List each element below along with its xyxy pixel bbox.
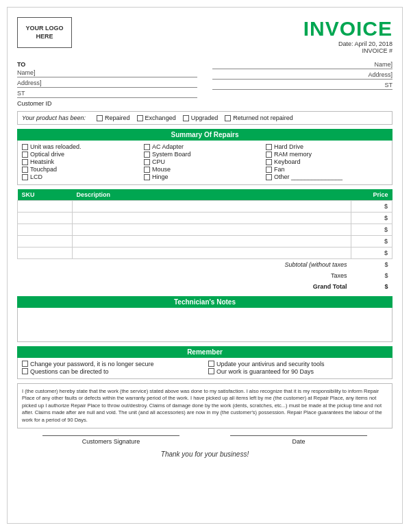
from-section: Name] Address] ST: [212, 61, 393, 107]
remember-item: Update your antivirus and security tools: [208, 361, 388, 367]
tech-notes-body[interactable]: [17, 308, 393, 342]
repair-item: RAM memory: [266, 151, 388, 158]
repair-item: AC Adapter: [144, 143, 266, 150]
desc-cell: [73, 213, 351, 224]
to-name: Name]: [17, 69, 197, 77]
date-line: [230, 435, 367, 436]
subtotal-value: $: [351, 259, 393, 270]
remember-header: Remember: [17, 346, 393, 358]
cb1-5[interactable]: [22, 174, 28, 180]
rem-cb-4[interactable]: [208, 368, 214, 374]
returned-checkbox[interactable]: [225, 115, 231, 121]
sku-cell: [18, 213, 73, 224]
returned-option: Returned not repaired: [225, 114, 293, 121]
summary-header: Summary Of Repairs: [17, 129, 393, 141]
sku-col-header: SKU: [18, 189, 73, 201]
invoice-title: INVOICE: [303, 17, 393, 40]
table-row: $: [18, 224, 393, 236]
repair-item: CPU: [144, 158, 266, 165]
repair-item: System Board: [144, 151, 266, 158]
remember-col-2: Update your antivirus and security tools…: [208, 361, 388, 376]
price-cell: $: [351, 247, 393, 259]
cb3-4[interactable]: [266, 167, 272, 173]
repaired-checkbox[interactable]: [97, 115, 103, 121]
cb2-2[interactable]: [144, 152, 150, 158]
taxes-value: $: [351, 270, 393, 281]
cb1-1[interactable]: [22, 144, 28, 150]
cb1-2[interactable]: [22, 152, 28, 158]
to-section: TO Name] Address] ST Customer ID: [17, 61, 197, 107]
repair-item: Hinge: [144, 173, 266, 180]
desc-cell: [73, 236, 351, 247]
sku-cell: [18, 201, 73, 213]
price-cell: $: [351, 201, 393, 213]
cb3-2[interactable]: [266, 152, 272, 158]
from-address: Address]: [212, 71, 393, 80]
table-row: $: [18, 213, 393, 224]
cb3-3[interactable]: [266, 159, 272, 165]
table-row: $: [18, 236, 393, 247]
desc-cell: [73, 201, 351, 213]
sku-cell: [18, 236, 73, 247]
remember-item: Questions can be directed to: [22, 368, 201, 375]
to-from-section: TO Name] Address] ST Customer ID Name] A…: [17, 61, 393, 107]
price-cell: $: [351, 236, 393, 247]
repair-item: Unit was reloaded.: [22, 143, 144, 150]
remember-item: Our work is guaranteed for 90 Days: [208, 368, 388, 375]
desc-cell: [73, 247, 351, 259]
grand-total-value: $: [351, 281, 393, 292]
rem-cb-2[interactable]: [22, 368, 28, 374]
sig-line: [42, 435, 179, 436]
to-address: Address]: [17, 80, 197, 88]
remember-item: Change your password, it is no longer se…: [22, 361, 201, 367]
repairs-grid: Unit was reloaded. Optical drive Heatsin…: [17, 141, 393, 185]
cb2-1[interactable]: [144, 144, 150, 150]
exchanged-option: Exchanged: [137, 114, 176, 121]
repairs-row: Unit was reloaded. Optical drive Heatsin…: [22, 143, 388, 181]
from-st: ST: [212, 82, 393, 90]
customer-sig-block: Customers Signature: [42, 435, 179, 445]
repairs-col-1: Unit was reloaded. Optical drive Heatsin…: [22, 143, 144, 181]
to-st: ST: [17, 90, 197, 98]
customer-id: Customer ID: [17, 100, 197, 107]
exchanged-checkbox[interactable]: [137, 115, 143, 121]
sku-table: SKU Description Price $ $ $: [17, 189, 393, 292]
repair-item: Fan: [266, 166, 388, 173]
cb3-1[interactable]: [266, 144, 272, 150]
cb1-4[interactable]: [22, 167, 28, 173]
upgraded-option: Upgraded: [183, 114, 219, 121]
table-row: $: [18, 247, 393, 259]
rem-cb-3[interactable]: [208, 361, 214, 367]
date-label: Date: [230, 438, 367, 445]
upgraded-checkbox[interactable]: [183, 115, 189, 121]
to-label: TO: [17, 61, 197, 68]
tech-notes-header: Technician's Notes: [17, 296, 393, 308]
cb2-4[interactable]: [144, 167, 150, 173]
sku-cell: [18, 247, 73, 259]
price-col-header: Price: [351, 189, 393, 201]
signature-area: Customers Signature Date: [17, 435, 393, 445]
cb2-3[interactable]: [144, 159, 150, 165]
product-status-row: Your product has been: Repaired Exchange…: [17, 111, 393, 125]
cb2-5[interactable]: [144, 174, 150, 180]
cb3-5[interactable]: [266, 174, 272, 180]
repair-item: Keyboard: [266, 158, 388, 165]
cb1-3[interactable]: [22, 159, 28, 165]
customer-sig-label: Customers Signature: [42, 438, 179, 445]
desc-cell: [73, 224, 351, 236]
repairs-col-3: Hard Drive RAM memory Keyboard Fan Other…: [266, 143, 388, 181]
repair-item: Other _______________: [266, 173, 388, 180]
tech-notes-section: Technician's Notes: [17, 296, 393, 342]
repaired-option: Repaired: [97, 114, 130, 121]
legal-text: I (the customer) hereby state that the w…: [17, 383, 393, 429]
grand-total-row: Grand Total $: [18, 281, 393, 292]
repair-item: Hard Drive: [266, 143, 388, 150]
thank-you: Thank you for your business!: [17, 450, 393, 458]
rem-cb-1[interactable]: [22, 361, 28, 367]
table-row: $: [18, 201, 393, 213]
header: YOUR LOGO HERE INVOICE Date: April 20, 2…: [17, 17, 393, 54]
date-sig-block: Date: [230, 435, 367, 445]
desc-col-header: Description: [73, 189, 351, 201]
taxes-label: Taxes: [18, 270, 351, 281]
from-name: Name]: [212, 61, 393, 69]
